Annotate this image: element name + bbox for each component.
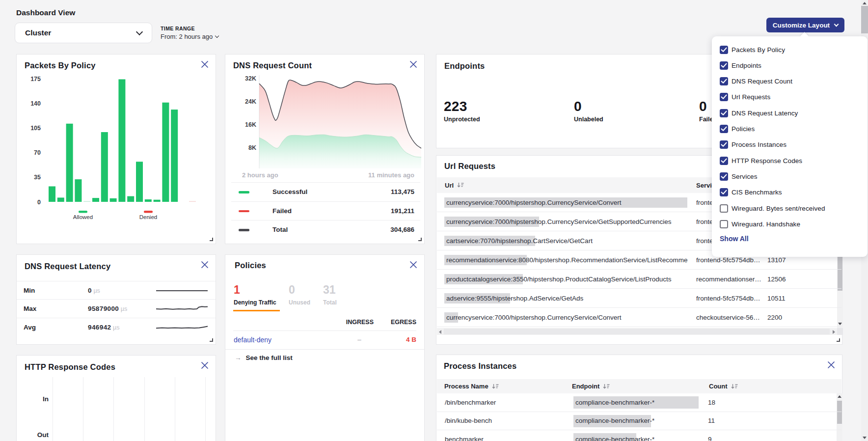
http-direction-label: Out xyxy=(27,431,49,439)
chart-gridline xyxy=(205,377,206,441)
row-divider xyxy=(225,349,424,350)
latency-row: Min0 µs xyxy=(17,281,216,299)
menu-item-process-instances[interactable]: Process Instances xyxy=(712,137,868,153)
close-icon[interactable] xyxy=(409,260,418,269)
dns-request-count-chart: 8K16K24K32K2 hours ago11 minutes ago xyxy=(225,55,425,182)
checkbox-checked-icon[interactable] xyxy=(720,61,728,70)
close-icon[interactable] xyxy=(827,360,836,369)
latency-metric-unit: µs xyxy=(119,305,127,312)
checkbox-checked-icon[interactable] xyxy=(720,77,728,85)
chart-gridline xyxy=(113,377,114,441)
time-range-control[interactable]: TIME RANGE From: 2 hours ago xyxy=(161,26,218,40)
dashboard-view-select[interactable]: Cluster xyxy=(15,23,152,43)
page-title: Dashboard View xyxy=(16,8,75,17)
menu-item-cis-benchmarks[interactable]: CIS Benchmarks xyxy=(712,185,868,200)
checkbox-unchecked-icon[interactable] xyxy=(720,204,728,213)
menu-item-policies[interactable]: Policies xyxy=(712,121,868,137)
menu-item-dns-request-count[interactable]: DNS Request Count xyxy=(712,74,868,89)
scroll-up-icon[interactable] xyxy=(863,2,867,4)
dashboard-page: { "page": { "title": "Dashboard View" },… xyxy=(0,0,868,441)
resize-handle[interactable] xyxy=(418,238,422,241)
show-all-link[interactable]: Show All xyxy=(720,235,749,243)
menu-item-services[interactable]: Services xyxy=(712,168,868,184)
resize-handle[interactable] xyxy=(210,338,213,342)
svg-text:70: 70 xyxy=(34,149,41,156)
checkbox-checked-icon[interactable] xyxy=(720,93,728,101)
menu-item-label: Url Requests xyxy=(732,93,770,101)
policies-tab-denying-traffic[interactable]: 1Denying Traffic xyxy=(234,283,276,306)
legend-swatch xyxy=(239,229,249,231)
column-header-process-name[interactable]: Process Name xyxy=(444,379,499,393)
close-icon[interactable] xyxy=(200,260,209,269)
latency-metric-label: Avg xyxy=(24,324,36,331)
sort-icon xyxy=(731,384,738,389)
menu-item-http-response-codes[interactable]: HTTP Response Codes xyxy=(712,153,868,168)
policy-egress-value: 4 B xyxy=(376,336,416,343)
legend-value: 191,211 xyxy=(391,207,414,215)
svg-text:35: 35 xyxy=(34,174,41,181)
widget-dns-request-latency: DNS Request Latency Min0 µsMax95879000 µ… xyxy=(16,254,216,345)
checkbox-checked-icon[interactable] xyxy=(720,109,728,117)
checkbox-checked-icon[interactable] xyxy=(720,172,728,181)
policies-tab-unused[interactable]: 0Unused xyxy=(289,283,310,306)
column-header-url[interactable]: Url xyxy=(445,177,464,193)
legend-swatch xyxy=(239,210,249,213)
latency-sparkline xyxy=(156,323,208,332)
endpoint-cell: compliance-benchmarker-* xyxy=(575,393,708,412)
table-row: adservice:9555/hipstershop.AdService/Get… xyxy=(437,289,841,308)
legend-label: Failed xyxy=(272,207,292,215)
menu-item-url-requests[interactable]: Url Requests xyxy=(712,89,868,105)
menu-item-packets-by-policy[interactable]: Packets By Policy xyxy=(712,42,868,57)
checkbox-checked-icon[interactable] xyxy=(720,140,728,149)
header-divider xyxy=(233,331,416,331)
checkbox-checked-icon[interactable] xyxy=(720,188,728,196)
menu-item-endpoints[interactable]: Endpoints xyxy=(712,57,868,73)
policy-name-link[interactable]: default-deny xyxy=(234,336,271,344)
widget-policies: Policies 1Denying Traffic0Unused31TotalI… xyxy=(225,254,425,441)
count-cell: 2200 xyxy=(767,308,812,327)
check-icon xyxy=(721,126,727,132)
check-icon xyxy=(721,158,727,164)
svg-text:105: 105 xyxy=(30,125,41,132)
scrollbar-thumb[interactable] xyxy=(861,6,868,33)
chart-gridline xyxy=(175,377,175,441)
latency-metric-unit: µs xyxy=(92,287,100,294)
svg-text:140: 140 xyxy=(30,100,41,107)
column-header-endpoint[interactable]: Endpoint xyxy=(572,379,610,393)
policy-ingress-value: – xyxy=(345,336,374,343)
legend-row: Successful113,475 xyxy=(231,182,420,201)
dashboard-view-select-value: Cluster xyxy=(25,28,51,37)
scrollbar-thumb[interactable] xyxy=(444,329,830,334)
customize-layout-button[interactable]: Customize Layout xyxy=(766,18,844,32)
scrollbar-corner xyxy=(837,328,843,335)
checkbox-checked-icon[interactable] xyxy=(720,157,728,165)
menu-item-dns-request-latency[interactable]: DNS Request Latency xyxy=(712,105,868,121)
scroll-right-icon[interactable] xyxy=(833,330,835,334)
see-full-list-link[interactable]: →See the full list xyxy=(235,354,293,361)
svg-text:16K: 16K xyxy=(245,121,256,128)
check-icon xyxy=(721,47,727,53)
tab-label: Total xyxy=(323,299,337,306)
checkbox-checked-icon[interactable] xyxy=(720,125,728,133)
menu-item-wireguard-handshake[interactable]: Wireguard. Handshake xyxy=(712,216,868,232)
checkbox-checked-icon[interactable] xyxy=(720,46,728,54)
checkbox-unchecked-icon[interactable] xyxy=(720,220,728,228)
url-table-horizontal-scrollbar[interactable] xyxy=(437,328,837,335)
menu-item-label: DNS Request Count xyxy=(732,78,792,85)
resize-handle[interactable] xyxy=(837,338,840,342)
column-header-count[interactable]: Count xyxy=(709,379,738,393)
scroll-left-icon[interactable] xyxy=(439,330,441,334)
url-cell: cartservice:7070/hipstershop.CartService… xyxy=(446,231,688,250)
count-cell: 12506 xyxy=(767,270,812,288)
resize-handle[interactable] xyxy=(210,238,213,241)
active-tab-underline xyxy=(233,310,280,311)
policies-tab-total[interactable]: 31Total xyxy=(323,283,337,306)
legend-swatch xyxy=(239,191,249,193)
customize-layout-button-label: Customize Layout xyxy=(773,22,830,29)
svg-text:175: 175 xyxy=(30,76,41,83)
column-header-label: Count xyxy=(709,383,728,390)
url-cell: productcatalogservice:3550/hipstershop.P… xyxy=(446,270,688,288)
menu-item-wireguard-bytes-sent-received[interactable]: Wireguard. Bytes sent/received xyxy=(712,200,868,216)
close-icon[interactable] xyxy=(200,361,209,370)
scroll-down-icon[interactable] xyxy=(863,437,867,439)
